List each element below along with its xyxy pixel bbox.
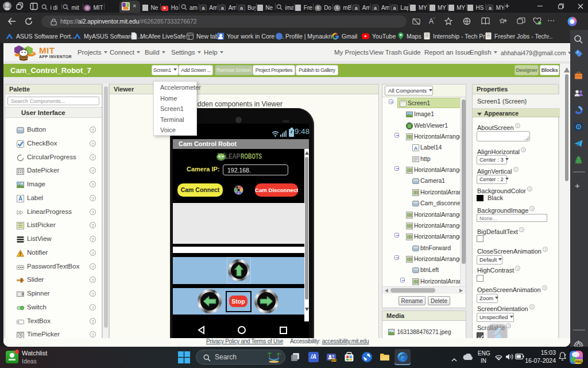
- svg-text:A: A: [414, 145, 418, 151]
- svg-text:A: A: [18, 195, 22, 202]
- svg-text:NEW: NEW: [331, 359, 336, 362]
- svg-text:z: z: [564, 353, 566, 356]
- svg-text:ROBOTS: ROBOTS: [241, 152, 262, 160]
- svg-text:LEAP: LEAP: [225, 152, 240, 160]
